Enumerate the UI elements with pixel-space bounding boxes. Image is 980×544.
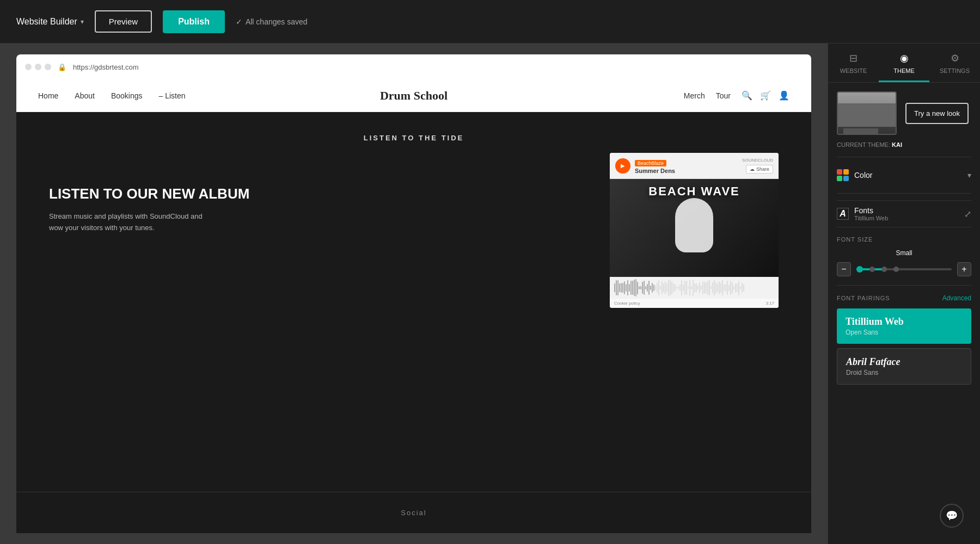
saved-status: ✓ All changes saved <box>236 17 308 26</box>
font-size-label: FONT SIZE <box>837 236 971 243</box>
theme-tab-icon: ◉ <box>900 52 909 64</box>
slider-dot-1 <box>856 266 863 273</box>
nav-listen[interactable]: – Listen <box>159 91 186 100</box>
sc-image: BEACH WAVE <box>610 179 779 277</box>
panel-body: Try a new look CURRENT THEME: KAI Color <box>828 83 980 544</box>
sc-track-name: Summer Dens <box>635 168 738 174</box>
slider-dot-2 <box>869 267 875 272</box>
nav-bookings[interactable]: Bookings <box>111 91 143 100</box>
color-section[interactable]: Color ▾ <box>837 164 971 187</box>
sc-waveform <box>610 277 779 299</box>
brand-chevron-icon: ▾ <box>81 18 84 26</box>
fonts-row-left: A Fonts Titillium Web <box>837 206 888 221</box>
nav-merch[interactable]: Merch <box>684 91 705 100</box>
browser-chrome: 🔒 https://gdsbrtest.com <box>16 54 811 79</box>
site-body: LISTEN TO THE TIDE LISTEN TO OUR NEW ALB… <box>16 112 811 533</box>
current-theme-label: CURRENT THEME: KAI <box>837 141 971 148</box>
preview-area: 🔒 https://gdsbrtest.com Home About Booki… <box>0 44 828 544</box>
font-size-decrease-button[interactable]: − <box>837 262 851 276</box>
slider-dot-4 <box>893 267 899 272</box>
divider-1 <box>837 157 971 157</box>
sc-share-button[interactable]: ☁ Share <box>746 165 773 174</box>
color-cell-green <box>837 176 842 181</box>
album-desc: Stream music and playlists with SoundClo… <box>49 211 212 234</box>
nav-tour[interactable]: Tour <box>716 91 731 100</box>
sc-cookie-label: Cookie policy <box>614 301 640 306</box>
font-size-increase-button[interactable]: + <box>957 262 971 276</box>
toolbar: Website Builder ▾ Preview Publish ✓ All … <box>0 0 980 44</box>
current-theme-prefix: CURRENT THEME: <box>837 141 892 148</box>
theme-try-row: Try a new look <box>837 91 971 135</box>
sc-play-button[interactable]: ▶ <box>615 158 630 174</box>
slider-dots <box>856 266 952 273</box>
sc-footer: Cookie policy 3:17 <box>610 299 779 308</box>
check-icon: ✓ <box>236 17 242 26</box>
browser-dot-red <box>25 64 32 70</box>
search-icon[interactable]: 🔍 <box>742 90 752 101</box>
fonts-row[interactable]: A Fonts Titillium Web ⤢ <box>837 206 971 221</box>
main-area: 🔒 https://gdsbrtest.com Home About Booki… <box>0 44 980 544</box>
slider-row: − + <box>837 262 971 276</box>
chat-icon: 💬 <box>946 510 958 522</box>
nav-home[interactable]: Home <box>38 91 58 100</box>
browser-dot-yellow <box>35 64 41 70</box>
cart-icon[interactable]: 🛒 <box>760 90 771 101</box>
site-nav: Home About Bookings – Listen Drum School… <box>16 79 811 112</box>
tab-settings[interactable]: ⚙ SETTINGS <box>929 44 980 82</box>
color-cell-red <box>837 169 842 175</box>
sc-share-icon: ☁ <box>750 166 756 172</box>
font-pairings-header: FONT PAIRINGS Advanced <box>837 285 971 308</box>
preview-button[interactable]: Preview <box>95 10 152 33</box>
site-footer-social: Social <box>16 492 811 533</box>
user-icon[interactable]: 👤 <box>779 90 789 101</box>
fonts-expand-icon: ⤢ <box>964 209 971 219</box>
fonts-label: Fonts <box>854 206 888 215</box>
content-row: LISTEN TO OUR NEW ALBUM Stream music and… <box>16 153 811 492</box>
brand-dropdown[interactable]: Website Builder ▾ <box>16 17 84 27</box>
color-chevron-icon: ▾ <box>967 171 971 180</box>
right-panel: ⊟ WEBSITE ◉ THEME ⚙ SETTINGS <box>828 44 980 544</box>
browser-lock-icon: 🔒 <box>58 63 66 71</box>
website-tab-icon: ⊟ <box>849 52 857 64</box>
fonts-sub-label: Titillium Web <box>854 215 888 221</box>
settings-tab-label: SETTINGS <box>940 67 970 74</box>
color-row-left: Color <box>837 169 872 181</box>
sc-artist: BeachBlaze <box>635 160 666 166</box>
try-new-look-button[interactable]: Try a new look <box>905 103 969 124</box>
nav-left: Home About Bookings – Listen <box>38 91 289 100</box>
font-card-primary-1: Titillium Web <box>846 316 963 327</box>
tab-website[interactable]: ⊟ WEBSITE <box>828 44 879 82</box>
theme-tab-label: THEME <box>893 67 915 74</box>
content-left: LISTEN TO OUR NEW ALBUM Stream music and… <box>49 153 588 234</box>
browser-url: https://gdsbrtest.com <box>73 63 803 71</box>
slider-dot-3 <box>881 267 887 272</box>
font-card-abril[interactable]: Abril Fatface Droid Sans <box>837 348 971 385</box>
sc-time: 3:17 <box>765 301 774 306</box>
sc-header: ▶ BeachBlaze Summer Dens SOUNDCLOUD ☁ Sh… <box>610 153 779 179</box>
settings-tab-icon: ⚙ <box>951 52 959 64</box>
tab-theme[interactable]: ◉ THEME <box>879 44 929 82</box>
fonts-section: A Fonts Titillium Web ⤢ <box>837 200 971 227</box>
publish-button[interactable]: Publish <box>163 10 225 33</box>
brand-label: Website Builder <box>16 17 77 27</box>
font-card-secondary-2: Droid Sans <box>846 369 962 376</box>
font-icon: A <box>837 208 849 220</box>
chat-bubble-button[interactable]: 💬 <box>940 504 964 528</box>
font-card-titillium[interactable]: Titillium Web Open Sans <box>837 308 971 344</box>
website-content: Home About Bookings – Listen Drum School… <box>16 79 811 533</box>
font-pairings-label: FONT PAIRINGS <box>837 295 890 301</box>
website-tab-label: WEBSITE <box>840 67 867 74</box>
section-title: LISTEN TO THE TIDE <box>16 112 811 153</box>
sc-track-info: BeachBlaze Summer Dens <box>635 157 738 174</box>
sc-soundcloud-label: SOUNDCLOUD <box>742 158 773 163</box>
font-card-primary-2: Abril Fatface <box>846 356 962 368</box>
nav-about[interactable]: About <box>75 91 95 100</box>
color-label: Color <box>854 171 872 180</box>
soundcloud-widget[interactable]: ▶ BeachBlaze Summer Dens SOUNDCLOUD ☁ Sh… <box>610 153 779 308</box>
font-pairings-advanced-button[interactable]: Advanced <box>942 294 971 302</box>
color-cell-orange <box>843 169 849 175</box>
album-title: LISTEN TO OUR NEW ALBUM <box>49 186 588 202</box>
theme-thumbnail-img <box>838 92 896 134</box>
color-grid-icon <box>837 169 849 181</box>
slider-track[interactable] <box>856 268 952 270</box>
